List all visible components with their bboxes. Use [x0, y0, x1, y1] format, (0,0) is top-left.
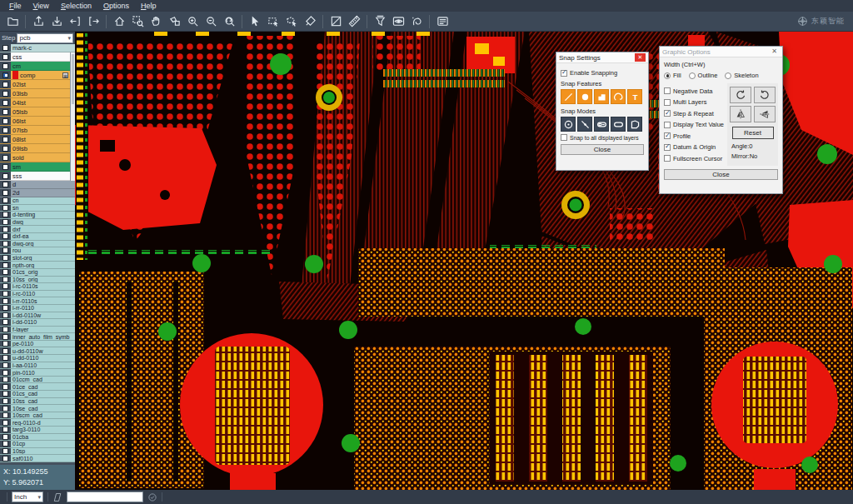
- layer-visibility-checkbox[interactable]: [2, 146, 8, 152]
- layer-row-cm[interactable]: cm: [0, 62, 75, 71]
- snap-pad-button[interactable]: [577, 89, 592, 104]
- layer-row-sold[interactable]: sold: [0, 153, 75, 162]
- load-left-button[interactable]: [66, 13, 84, 30]
- layer-row-mark-c[interactable]: mark-c: [0, 44, 75, 52]
- layer-visibility-checkbox[interactable]: [2, 406, 8, 412]
- layer-visibility-checkbox[interactable]: [2, 100, 8, 106]
- layer-visibility-checkbox[interactable]: [2, 262, 8, 268]
- layer-row-10sp[interactable]: 10sp: [0, 448, 75, 456]
- layer-row-sn[interactable]: sn: [0, 205, 75, 212]
- layer-row-sss[interactable]: sss: [0, 172, 75, 181]
- layer-color-swatch[interactable]: [12, 71, 18, 79]
- layer-row-i-aa-0110[interactable]: i-aa-0110: [0, 362, 75, 370]
- layer-row-f-layer[interactable]: f-layer: [0, 327, 75, 334]
- layer-row-reg-0110-d[interactable]: reg-0110-d: [0, 419, 75, 427]
- width-radio-outline[interactable]: Outline: [689, 72, 718, 79]
- layer-visibility-checkbox[interactable]: [2, 305, 8, 311]
- layer-row-css[interactable]: css: [0, 52, 75, 62]
- layer-visibility-checkbox[interactable]: [2, 205, 8, 211]
- layer-row-10se_cad[interactable]: 10se_cad: [0, 405, 75, 412]
- layer-row-sm[interactable]: sm: [0, 162, 75, 172]
- layer-visibility-checkbox[interactable]: [2, 327, 8, 332]
- layer-row-08lst[interactable]: 08lst: [0, 135, 75, 144]
- select-rect-button[interactable]: [264, 13, 282, 30]
- zoom-in-button[interactable]: [183, 13, 202, 30]
- layer-visibility-checkbox[interactable]: [2, 63, 8, 69]
- layer-visibility-checkbox[interactable]: [2, 255, 8, 261]
- snap-all-layers-checkbox[interactable]: Snap to all displayed layers: [561, 134, 644, 141]
- open-button[interactable]: [3, 13, 22, 30]
- layer-row-10ss_cad[interactable]: 10ss_cad: [0, 398, 75, 406]
- layer-visibility-checkbox[interactable]: [2, 298, 8, 304]
- select-poly-button[interactable]: [282, 13, 301, 30]
- import-down-button[interactable]: [47, 13, 66, 30]
- pan-button[interactable]: [147, 13, 165, 30]
- snap-close-button[interactable]: Close: [561, 144, 644, 155]
- graphic-close-button[interactable]: Close: [664, 169, 778, 180]
- graphic-checkbox-display-text-value[interactable]: Display Text Value: [664, 121, 724, 128]
- layer-row-dwg[interactable]: dwg: [0, 219, 75, 227]
- mode-slot-center-button[interactable]: [594, 117, 609, 132]
- layer-row-d-tenting[interactable]: d-tenting: [0, 212, 75, 219]
- layer-visibility-checkbox[interactable]: [2, 118, 8, 124]
- layer-row-i-dd-0110[interactable]: i-dd-0110: [0, 319, 75, 327]
- snap-line-button[interactable]: [561, 89, 576, 104]
- layer-row-i-dd-0110w[interactable]: i-dd-0110w: [0, 312, 75, 320]
- layers-panel-button[interactable]: [433, 13, 451, 30]
- zoom-area-button[interactable]: [165, 13, 183, 30]
- rotate-cw-button[interactable]: [730, 87, 751, 103]
- view-options-button[interactable]: [389, 13, 407, 30]
- step-select[interactable]: pcb ▾: [17, 33, 73, 43]
- mirror-vertical-button[interactable]: [754, 106, 776, 122]
- layer-visibility-checkbox[interactable]: [2, 233, 8, 239]
- layer-row-01ccm_cad[interactable]: 01ccm_cad: [0, 377, 75, 384]
- run-command-icon[interactable]: [147, 492, 157, 502]
- layer-visibility-checkbox[interactable]: [2, 348, 8, 354]
- layer-visibility-checkbox[interactable]: [2, 312, 8, 318]
- script-file-icon[interactable]: [52, 492, 62, 502]
- zoom-window-button[interactable]: [128, 13, 147, 30]
- layer-visibility-checkbox[interactable]: [2, 319, 8, 325]
- layer-row-slot-org[interactable]: slot-org: [0, 255, 75, 262]
- layer-visibility-checkbox[interactable]: [2, 456, 8, 462]
- layer-visibility-checkbox[interactable]: [2, 277, 8, 282]
- layer-row-01cs_orig[interactable]: 01cs_orig: [0, 269, 75, 277]
- layer-row-targ3-0110[interactable]: targ3-0110: [0, 427, 75, 434]
- layer-row-npth-org[interactable]: npth-org: [0, 262, 75, 269]
- layer-row-01cs_cad[interactable]: 01cs_cad: [0, 391, 75, 398]
- layer-row-05lsb[interactable]: 05lsb: [0, 107, 75, 117]
- layer-visibility-checkbox[interactable]: [2, 173, 8, 179]
- layer-row-u-dd-0110[interactable]: u-dd-0110: [0, 355, 75, 362]
- menu-options[interactable]: Options: [97, 2, 135, 10]
- mode-slot-button[interactable]: [611, 117, 626, 132]
- graphic-checkbox-step-repeat[interactable]: Step & Repeat: [664, 110, 724, 117]
- layer-visibility-checkbox[interactable]: [2, 82, 8, 87]
- layer-visibility-checkbox[interactable]: [2, 434, 8, 440]
- layer-row-01cba[interactable]: 01cba: [0, 434, 75, 442]
- mode-contour-button[interactable]: [627, 117, 642, 132]
- line-tool-button[interactable]: [327, 13, 345, 30]
- layer-visibility-checkbox[interactable]: [2, 377, 8, 382]
- layer-row-02lst[interactable]: 02lst: [0, 80, 75, 89]
- graphic-dialog-titlebar[interactable]: Graphic Options ✕: [660, 47, 782, 57]
- zoom-out-button[interactable]: [202, 13, 220, 30]
- layer-row-cn[interactable]: cn: [0, 197, 75, 205]
- menu-selection[interactable]: Selection: [55, 2, 97, 10]
- rotate-ccw-button[interactable]: [754, 87, 776, 103]
- layer-visibility-checkbox[interactable]: [2, 420, 8, 426]
- layer-visibility-checkbox[interactable]: [2, 441, 8, 447]
- layer-row-dxf-ea[interactable]: dxf-ea: [0, 233, 75, 241]
- home-view-button[interactable]: [110, 13, 128, 30]
- layer-visibility-checkbox[interactable]: [2, 398, 8, 404]
- layer-row-i-rr-0110[interactable]: i-rr-0110: [0, 305, 75, 312]
- layer-visibility-checkbox[interactable]: [2, 355, 8, 361]
- close-icon[interactable]: ✕: [635, 53, 646, 62]
- layer-row-rou[interactable]: rou: [0, 247, 75, 255]
- layer-visibility-checkbox[interactable]: [2, 227, 8, 232]
- select-button[interactable]: [246, 13, 264, 30]
- graphic-checkbox-fullscreen-cursor[interactable]: Fullscreen Cursor: [664, 155, 724, 162]
- layer-visibility-checkbox[interactable]: [2, 72, 8, 78]
- layer-row-2d[interactable]: 2d: [0, 189, 75, 197]
- menu-help[interactable]: Help: [135, 2, 162, 10]
- layer-row-pin-0110[interactable]: pin-0110: [0, 369, 75, 377]
